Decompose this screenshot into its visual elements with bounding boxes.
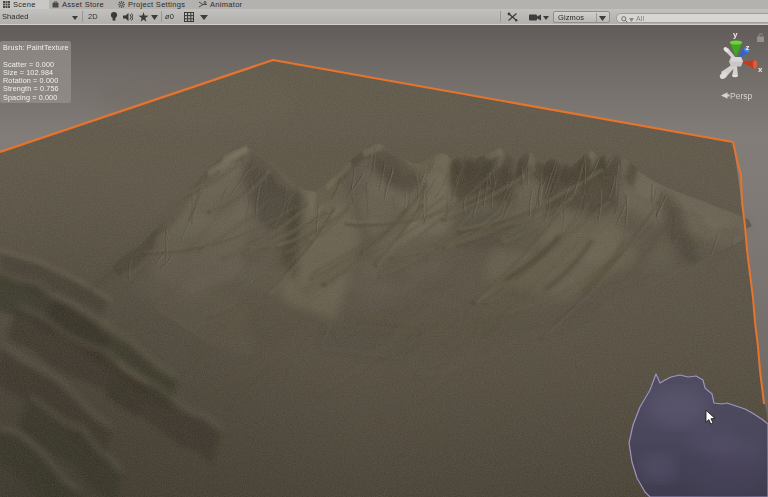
svg-text:Persp: Persp [730, 91, 752, 101]
svg-text:z: z [746, 43, 750, 52]
svg-text:x: x [758, 65, 763, 74]
svg-text:y: y [733, 30, 738, 39]
